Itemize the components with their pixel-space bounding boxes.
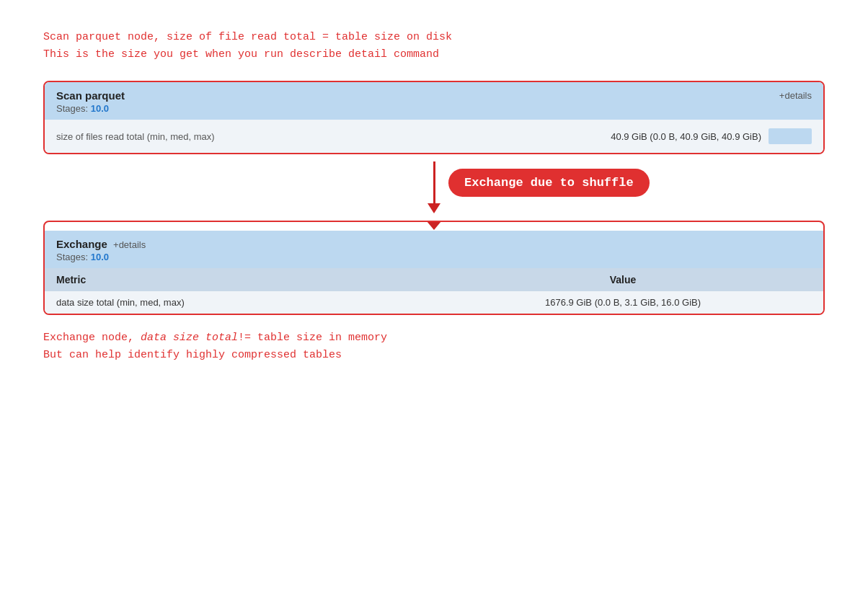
exchange-table-header: Metric Value: [45, 268, 823, 291]
scan-metric-label: size of files read total (min, med, max): [56, 131, 215, 142]
exchange-title-row: Exchange +details: [56, 238, 812, 250]
triangle-pointer: [427, 221, 441, 230]
bottom-annotation: Exchange node, data size total!= table s…: [43, 329, 825, 364]
scan-metric-bar: [769, 128, 812, 144]
exchange-col-metric: Metric: [56, 274, 434, 285]
arrow-line: [433, 161, 435, 205]
scan-parquet-stages-label: Stages:: [56, 103, 88, 114]
top-annotation-line2: This is the size you get when you run de…: [43, 46, 825, 63]
exchange-stages-label: Stages:: [56, 252, 88, 262]
exchange-stages: Stages: 10.0: [56, 252, 812, 262]
scan-parquet-title: Scan parquet: [56, 89, 125, 102]
bottom-annotation-line1: Exchange node, data size total!= table s…: [43, 329, 825, 347]
scan-metric-value-group: 40.9 GiB (0.0 B, 40.9 GiB, 40.9 GiB): [611, 128, 812, 144]
exchange-card: Exchange +details Stages: 10.0 Metric Va…: [43, 221, 825, 315]
exchange-title: Exchange +details: [56, 238, 146, 250]
exchange-stages-value: 10.0: [91, 252, 109, 262]
scan-parquet-title-row: Scan parquet +details: [56, 89, 812, 102]
scan-parquet-stages: Stages: 10.0: [56, 103, 812, 114]
exchange-data-metric: data size total (min, med, max): [56, 297, 434, 308]
bottom-annotation-line2: But can help identify highly compressed …: [43, 347, 825, 364]
scan-metric-row: size of files read total (min, med, max)…: [45, 120, 823, 153]
exchange-header: Exchange +details Stages: 10.0: [45, 231, 823, 268]
exchange-data-value: 1676.9 GiB (0.0 B, 3.1 GiB, 16.0 GiB): [434, 297, 812, 308]
scan-parquet-details-link[interactable]: +details: [779, 90, 812, 101]
scan-parquet-card: Scan parquet +details Stages: 10.0 size …: [43, 81, 825, 154]
top-annotation: Scan parquet node, size of file read tot…: [43, 29, 825, 63]
exchange-badge: Exchange due to shuffle: [448, 169, 650, 197]
exchange-data-row: data size total (min, med, max) 1676.9 G…: [45, 291, 823, 314]
arrow-section: Exchange due to shuffle: [43, 161, 825, 213]
arrow-head: [428, 203, 440, 213]
exchange-col-value: Value: [434, 274, 812, 285]
scan-parquet-body: size of files read total (min, med, max)…: [45, 120, 823, 153]
scan-metric-value: 40.9 GiB (0.0 B, 40.9 GiB, 40.9 GiB): [611, 131, 761, 142]
scan-parquet-header: Scan parquet +details Stages: 10.0: [45, 82, 823, 120]
italic-data-size: data size total: [141, 332, 238, 344]
exchange-details-link[interactable]: +details: [113, 239, 146, 250]
scan-parquet-stages-value: 10.0: [91, 103, 109, 114]
top-annotation-line1: Scan parquet node, size of file read tot…: [43, 29, 825, 46]
